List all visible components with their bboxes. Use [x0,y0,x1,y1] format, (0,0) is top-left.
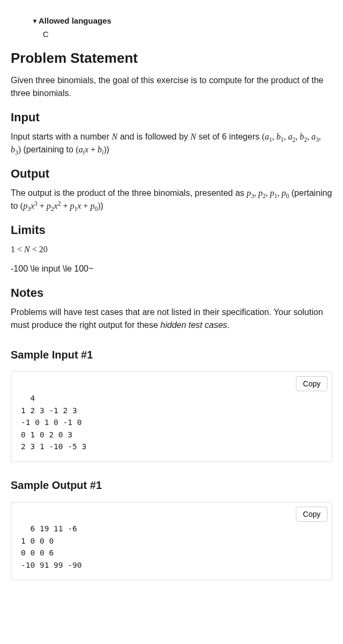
copy-button[interactable]: Copy [296,507,327,522]
heading-input: Input [11,108,332,126]
heading-notes: Notes [11,284,332,302]
allowed-languages-toggle[interactable]: ▾ Allowed languages [33,15,332,27]
language-list: C [43,28,332,41]
limits-line-1: 1 < N < 20 [11,243,332,256]
math-N: N [112,132,118,141]
notes-text: Problems will have test cases that are n… [11,306,332,332]
input-description: Input starts with a number N and is foll… [11,130,332,156]
sample-output-1-block: Copy6 19 11 -6 1 0 0 0 0 0 0 6 -10 91 99… [11,502,332,580]
problem-statement-text: Given three binomials, the goal of this … [11,74,332,100]
input-text-close: ) [107,145,109,154]
allowed-languages-label: Allowed languages [39,15,111,27]
output-description: The output is the product of the three b… [11,187,332,213]
output-text-pre: The output is the product of the three b… [11,188,247,197]
chevron-down-icon: ▾ [33,16,36,26]
limits-line-2: -100 \le input \le 100~ [11,262,332,275]
input-text-mid2: set of 6 integers [196,132,262,141]
math-output-coeffs: p3, p2, p1, p0 [247,188,289,197]
input-text-pertaining: (pertaining to [21,145,76,154]
heading-problem-statement: Problem Statement [11,48,332,69]
math-output-poly: (p3x3 + p2x2 + p1x + p0) [20,201,101,210]
notes-emphasis: hidden test cases [160,320,227,330]
notes-post: . [227,320,229,330]
math-input-binom: (aix + bi) [76,145,106,154]
output-text-close: ) [100,201,103,210]
heading-sample-output-1: Sample Output #1 [11,477,332,493]
heading-output: Output [11,165,332,182]
copy-button[interactable]: Copy [296,376,327,391]
sample-input-1-block: Copy4 1 2 3 -1 2 3 -1 0 1 0 -1 0 0 1 0 2… [11,371,332,462]
sample-output-1-content: 6 19 11 -6 1 0 0 0 0 0 0 6 -10 91 99 -90 [21,524,82,569]
input-text-mid1: and is followed by [117,132,190,141]
sample-input-1-content: 4 1 2 3 -1 2 3 -1 0 1 0 -1 0 0 1 0 2 0 3… [21,394,86,451]
heading-sample-input-1: Sample Input #1 [11,347,332,363]
input-text-pre: Input starts with a number [11,132,112,141]
heading-limits: Limits [11,221,332,239]
math-N-2: N [190,132,196,141]
